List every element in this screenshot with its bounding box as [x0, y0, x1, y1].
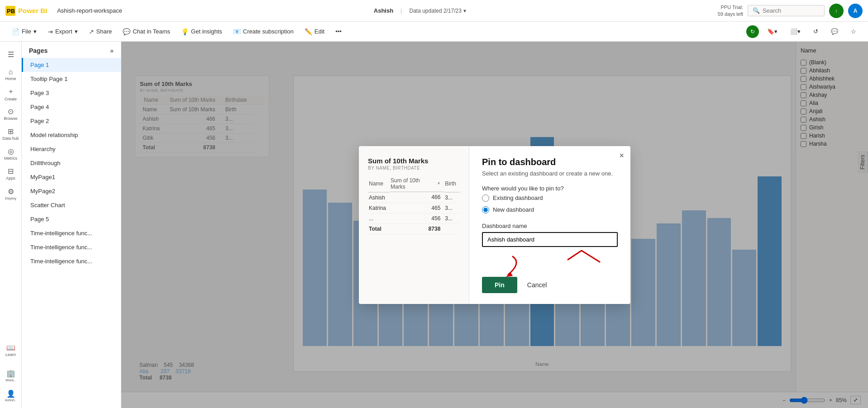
page-item-page5[interactable]: Page 5 — [22, 212, 121, 226]
edit-icon: ✏️ — [305, 28, 312, 35]
ppu-trial: PPU Trial: 59 days left — [718, 4, 743, 17]
insights-icon: 💡 — [181, 28, 189, 35]
browse-icon: ⊙ — [8, 107, 14, 116]
metrics-icon: ◎ — [8, 147, 14, 156]
page-item-page2[interactable]: Page 2 — [22, 114, 121, 128]
modal-form: Pin to dashboard Select an existing dash… — [469, 146, 630, 304]
search-input[interactable] — [763, 7, 817, 14]
sidebar-item-apps[interactable]: ⊟ Apps — [2, 165, 20, 183]
refresh-icon[interactable]: ↻ — [746, 25, 759, 38]
bookmark-button[interactable]: 🔖▾ — [763, 26, 782, 37]
cancel-button[interactable]: Cancel — [522, 277, 553, 293]
workspace-name: Ashish-report-workspace — [57, 7, 122, 14]
star-button[interactable]: ☆ — [846, 26, 861, 37]
view-button[interactable]: ⬜▾ — [786, 26, 805, 37]
export-icon: ⇥ — [48, 28, 53, 35]
workspaces-icon: 🏢 — [6, 369, 15, 378]
page-item-page1[interactable]: Page 1 — [22, 58, 121, 72]
modal-actions: Pin Cancel — [482, 277, 618, 293]
existing-dashboard-option[interactable]: Existing dashboard — [482, 195, 618, 202]
svg-text:PB: PB — [7, 8, 15, 14]
preview-table: Name Sum of 10th Marks ▼ Birth Ashish — [368, 176, 460, 234]
edit-button[interactable]: ✏️ Edit — [300, 26, 329, 38]
app-name: Power BI — [18, 7, 47, 14]
page-item-drillthrough[interactable]: Drillthrough — [22, 156, 121, 170]
existing-dashboard-radio[interactable] — [482, 195, 489, 202]
sidebar: ☰ ⌂ Home ＋ Create ⊙ Browse ⊞ Data hub ◎ … — [0, 42, 22, 408]
undo-button[interactable]: ↺ — [809, 26, 823, 37]
teams-icon: 💬 — [123, 28, 130, 35]
where-to-pin-label: Where would you like to pin to? — [482, 185, 618, 192]
sidebar-item-deployment[interactable]: ⚙ Deploy — [2, 185, 20, 203]
sidebar-item-menu[interactable]: ☰ — [2, 45, 20, 63]
dashboard-name-label: Dashboard name — [482, 223, 618, 229]
share-icon: ↗ — [89, 28, 94, 35]
hamburger-icon: ☰ — [8, 50, 14, 59]
create-icon: ＋ — [7, 87, 14, 96]
sidebar-item-home[interactable]: ⌂ Home — [2, 65, 20, 83]
app-logo[interactable]: PB Power BI — [5, 6, 47, 16]
page-item-hierarchy[interactable]: Hierarchy — [22, 142, 121, 156]
file-button[interactable]: 📄 File ▾ — [7, 26, 41, 38]
page-item-ti2[interactable]: Time-intelligence func... — [22, 240, 121, 254]
pages-panel: Pages » Page 1 Tooltip Page 1 Page 3 Pag… — [22, 42, 121, 408]
pin-button[interactable]: Pin — [482, 277, 517, 293]
page-item-model[interactable]: Model relationship — [22, 128, 121, 142]
file-icon: 📄 — [12, 28, 19, 35]
page-item-page3[interactable]: Page 3 — [22, 86, 121, 100]
new-dashboard-radio[interactable] — [482, 206, 489, 213]
table-total-row: Total 8738 — [368, 223, 460, 234]
page-item-mypage1[interactable]: MyPage1 — [22, 170, 121, 184]
notification-icon[interactable]: ↑ — [829, 4, 844, 18]
get-insights-button[interactable]: 💡 Get insights — [176, 26, 227, 38]
pages-header: Pages » — [22, 42, 121, 58]
avatar[interactable]: A — [848, 4, 863, 18]
export-button[interactable]: ⇥ Export ▾ — [43, 26, 82, 38]
pin-arrow — [490, 254, 526, 277]
ashish-workspace-icon: 👤 — [6, 389, 15, 398]
apps-icon: ⊟ — [8, 167, 14, 176]
modal-close-button[interactable]: × — [619, 152, 624, 160]
topbar-right: PPU Trial: 59 days left 🔍 ↑ A — [718, 4, 863, 18]
annotation-checkmark — [563, 246, 618, 264]
sidebar-item-learn[interactable]: 📖 Learn — [2, 341, 20, 359]
modal-subtitle: Select an existing dashboard or create a… — [482, 170, 618, 177]
page-item-tooltip[interactable]: Tooltip Page 1 — [22, 72, 121, 86]
home-icon: ⌂ — [9, 68, 13, 76]
sidebar-item-workspaces[interactable]: 🏢 Work.. — [2, 366, 20, 384]
new-dashboard-option[interactable]: New dashboard — [482, 206, 618, 213]
share-button[interactable]: ↗ Share — [84, 26, 117, 38]
sidebar-item-ashish-workspace[interactable]: 👤 Ashish.. — [2, 386, 20, 404]
page-item-scatter[interactable]: Scatter Chart — [22, 198, 121, 212]
pin-to-dashboard-modal: × Sum of 10th Marks BY NAME, BIRTHDATE N… — [359, 146, 630, 304]
modal-preview: Sum of 10th Marks BY NAME, BIRTHDATE Nam… — [359, 146, 469, 304]
modal-overlay: × Sum of 10th Marks BY NAME, BIRTHDATE N… — [121, 42, 868, 408]
main-layout: ☰ ⌂ Home ＋ Create ⊙ Browse ⊞ Data hub ◎ … — [0, 42, 868, 408]
topbar-center: Ashish | Data updated 2/17/23 ▾ — [127, 7, 713, 14]
pin-options: Existing dashboard New dashboard — [482, 195, 618, 213]
pages-title: Pages — [29, 47, 48, 54]
modal-title: Pin to dashboard — [482, 157, 618, 167]
page-item-ti3[interactable]: Time-intelligence func... — [22, 254, 121, 268]
sidebar-item-create[interactable]: ＋ Create — [2, 85, 20, 103]
search-box[interactable]: 🔍 — [748, 5, 825, 16]
topbar-user: Ashish — [374, 7, 393, 14]
pages-collapse-button[interactable]: » — [110, 47, 114, 54]
sidebar-item-browse[interactable]: ⊙ Browse — [2, 105, 20, 123]
sidebar-item-datahub[interactable]: ⊞ Data hub — [2, 125, 20, 143]
table-row: Ashish 466 3... — [368, 192, 460, 203]
preview-title: Sum of 10th Marks — [368, 157, 460, 165]
learn-icon: 📖 — [6, 343, 15, 352]
subscription-icon: 📧 — [233, 28, 241, 35]
sidebar-item-metrics[interactable]: ◎ Metrics — [2, 145, 20, 163]
create-subscription-button[interactable]: 📧 Create subscription — [229, 26, 298, 38]
page-item-page4[interactable]: Page 4 — [22, 100, 121, 114]
more-options-button[interactable]: ••• — [331, 26, 346, 37]
data-updated: Data updated 2/17/23 ▾ — [410, 8, 466, 14]
comment-button[interactable]: 💬 — [826, 26, 843, 37]
chat-in-teams-button[interactable]: 💬 Chat in Teams — [118, 26, 175, 38]
page-item-mypage2[interactable]: MyPage2 — [22, 184, 121, 198]
dashboard-name-input[interactable] — [482, 232, 618, 247]
page-item-ti1[interactable]: Time-intelligence func... — [22, 226, 121, 240]
datahub-icon: ⊞ — [8, 127, 14, 136]
